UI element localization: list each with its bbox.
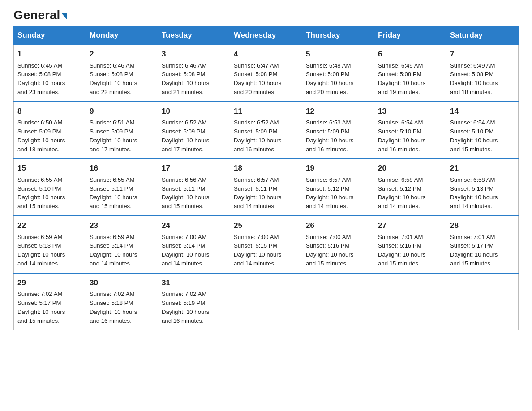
calendar-table: SundayMondayTuesdayWednesdayThursdayFrid… xyxy=(13,26,519,330)
day-info: Sunrise: 6:49 AMSunset: 5:08 PMDaylight:… xyxy=(450,61,515,97)
day-number: 31 xyxy=(162,277,226,289)
day-number: 21 xyxy=(450,163,515,174)
day-info: Sunrise: 6:45 AMSunset: 5:08 PMDaylight:… xyxy=(17,61,82,97)
calendar-cell: 24 Sunrise: 7:00 AMSunset: 5:14 PMDaylig… xyxy=(158,216,230,273)
col-header-sunday: Sunday xyxy=(14,26,86,45)
calendar-week-row: 15 Sunrise: 6:55 AMSunset: 5:10 PMDaylig… xyxy=(14,158,519,216)
col-header-wednesday: Wednesday xyxy=(230,26,302,45)
day-number: 28 xyxy=(450,220,515,231)
day-info: Sunrise: 6:49 AMSunset: 5:08 PMDaylight:… xyxy=(378,61,442,97)
calendar-cell: 11 Sunrise: 6:52 AMSunset: 5:09 PMDaylig… xyxy=(230,102,302,159)
day-number: 3 xyxy=(162,48,226,60)
calendar-week-row: 29 Sunrise: 7:02 AMSunset: 5:17 PMDaylig… xyxy=(14,273,519,330)
day-number: 23 xyxy=(90,220,154,231)
logo-arrow-icon xyxy=(61,13,67,19)
calendar-cell: 9 Sunrise: 6:51 AMSunset: 5:09 PMDayligh… xyxy=(86,102,158,159)
day-number: 13 xyxy=(378,106,442,117)
calendar-cell: 3 Sunrise: 6:46 AMSunset: 5:08 PMDayligh… xyxy=(158,45,230,102)
day-number: 5 xyxy=(306,48,370,60)
day-number: 11 xyxy=(234,106,298,117)
col-header-friday: Friday xyxy=(374,26,446,45)
day-number: 7 xyxy=(450,48,515,60)
day-info: Sunrise: 6:53 AMSunset: 5:09 PMDaylight:… xyxy=(306,118,370,154)
calendar-cell: 14 Sunrise: 6:54 AMSunset: 5:10 PMDaylig… xyxy=(446,102,519,159)
day-number: 10 xyxy=(162,106,226,117)
calendar-cell: 20 Sunrise: 6:58 AMSunset: 5:12 PMDaylig… xyxy=(374,158,446,216)
day-info: Sunrise: 6:55 AMSunset: 5:11 PMDaylight:… xyxy=(90,176,154,211)
calendar-cell: 30 Sunrise: 7:02 AMSunset: 5:18 PMDaylig… xyxy=(86,273,158,330)
calendar-cell: 4 Sunrise: 6:47 AMSunset: 5:08 PMDayligh… xyxy=(230,45,302,102)
calendar-cell: 5 Sunrise: 6:48 AMSunset: 5:08 PMDayligh… xyxy=(302,45,374,102)
col-header-monday: Monday xyxy=(86,26,158,45)
day-info: Sunrise: 6:59 AMSunset: 5:14 PMDaylight:… xyxy=(90,233,154,268)
day-info: Sunrise: 6:57 AMSunset: 5:11 PMDaylight:… xyxy=(234,176,298,211)
day-info: Sunrise: 6:46 AMSunset: 5:08 PMDaylight:… xyxy=(90,61,154,97)
calendar-cell: 18 Sunrise: 6:57 AMSunset: 5:11 PMDaylig… xyxy=(230,158,302,216)
day-info: Sunrise: 6:56 AMSunset: 5:11 PMDaylight:… xyxy=(162,176,226,211)
calendar-cell: 31 Sunrise: 7:02 AMSunset: 5:19 PMDaylig… xyxy=(158,273,230,330)
day-number: 30 xyxy=(90,277,154,289)
calendar-cell xyxy=(446,273,519,330)
calendar-header-row: SundayMondayTuesdayWednesdayThursdayFrid… xyxy=(14,26,519,45)
day-number: 6 xyxy=(378,48,442,60)
day-number: 16 xyxy=(90,163,154,174)
calendar-cell xyxy=(374,273,446,330)
calendar-cell: 26 Sunrise: 7:00 AMSunset: 5:16 PMDaylig… xyxy=(302,216,374,273)
day-info: Sunrise: 6:54 AMSunset: 5:10 PMDaylight:… xyxy=(378,118,442,154)
calendar-cell: 28 Sunrise: 7:01 AMSunset: 5:17 PMDaylig… xyxy=(446,216,519,273)
calendar-cell: 1 Sunrise: 6:45 AMSunset: 5:08 PMDayligh… xyxy=(14,45,86,102)
day-info: Sunrise: 7:01 AMSunset: 5:16 PMDaylight:… xyxy=(378,233,442,268)
day-number: 4 xyxy=(234,48,298,60)
day-info: Sunrise: 6:48 AMSunset: 5:08 PMDaylight:… xyxy=(306,61,370,97)
calendar-cell: 16 Sunrise: 6:55 AMSunset: 5:11 PMDaylig… xyxy=(86,158,158,216)
calendar-cell: 10 Sunrise: 6:52 AMSunset: 5:09 PMDaylig… xyxy=(158,102,230,159)
calendar-cell: 13 Sunrise: 6:54 AMSunset: 5:10 PMDaylig… xyxy=(374,102,446,159)
calendar-cell: 29 Sunrise: 7:02 AMSunset: 5:17 PMDaylig… xyxy=(14,273,86,330)
day-number: 22 xyxy=(17,220,82,231)
day-info: Sunrise: 6:50 AMSunset: 5:09 PMDaylight:… xyxy=(17,118,82,154)
calendar-cell: 12 Sunrise: 6:53 AMSunset: 5:09 PMDaylig… xyxy=(302,102,374,159)
day-number: 12 xyxy=(306,106,370,117)
col-header-saturday: Saturday xyxy=(446,26,519,45)
day-number: 20 xyxy=(378,163,442,174)
calendar-cell: 8 Sunrise: 6:50 AMSunset: 5:09 PMDayligh… xyxy=(14,102,86,159)
logo: General xyxy=(13,9,67,21)
calendar-cell: 6 Sunrise: 6:49 AMSunset: 5:08 PMDayligh… xyxy=(374,45,446,102)
day-info: Sunrise: 6:54 AMSunset: 5:10 PMDaylight:… xyxy=(450,118,515,154)
col-header-tuesday: Tuesday xyxy=(158,26,230,45)
day-number: 1 xyxy=(17,48,82,60)
calendar-cell: 17 Sunrise: 6:56 AMSunset: 5:11 PMDaylig… xyxy=(158,158,230,216)
calendar-cell: 22 Sunrise: 6:59 AMSunset: 5:13 PMDaylig… xyxy=(14,216,86,273)
day-number: 27 xyxy=(378,220,442,231)
calendar-cell: 2 Sunrise: 6:46 AMSunset: 5:08 PMDayligh… xyxy=(86,45,158,102)
day-info: Sunrise: 6:57 AMSunset: 5:12 PMDaylight:… xyxy=(306,176,370,211)
day-number: 18 xyxy=(234,163,298,174)
day-number: 29 xyxy=(17,277,82,289)
day-info: Sunrise: 7:02 AMSunset: 5:18 PMDaylight:… xyxy=(90,290,154,325)
day-number: 17 xyxy=(162,163,226,174)
day-number: 19 xyxy=(306,163,370,174)
calendar-cell: 25 Sunrise: 7:00 AMSunset: 5:15 PMDaylig… xyxy=(230,216,302,273)
day-info: Sunrise: 7:02 AMSunset: 5:17 PMDaylight:… xyxy=(17,290,82,325)
logo-general-text: General xyxy=(13,9,67,21)
day-number: 14 xyxy=(450,106,515,117)
calendar-week-row: 1 Sunrise: 6:45 AMSunset: 5:08 PMDayligh… xyxy=(14,45,519,102)
calendar-cell xyxy=(302,273,374,330)
day-info: Sunrise: 7:01 AMSunset: 5:17 PMDaylight:… xyxy=(450,233,515,268)
day-info: Sunrise: 7:02 AMSunset: 5:19 PMDaylight:… xyxy=(162,290,226,325)
col-header-thursday: Thursday xyxy=(302,26,374,45)
calendar-cell: 19 Sunrise: 6:57 AMSunset: 5:12 PMDaylig… xyxy=(302,158,374,216)
calendar-cell: 27 Sunrise: 7:01 AMSunset: 5:16 PMDaylig… xyxy=(374,216,446,273)
day-info: Sunrise: 6:58 AMSunset: 5:12 PMDaylight:… xyxy=(378,176,442,211)
day-number: 15 xyxy=(17,163,82,174)
calendar-body: 1 Sunrise: 6:45 AMSunset: 5:08 PMDayligh… xyxy=(14,45,519,330)
day-info: Sunrise: 7:00 AMSunset: 5:16 PMDaylight:… xyxy=(306,233,370,268)
calendar-week-row: 22 Sunrise: 6:59 AMSunset: 5:13 PMDaylig… xyxy=(14,216,519,273)
calendar-cell: 21 Sunrise: 6:58 AMSunset: 5:13 PMDaylig… xyxy=(446,158,519,216)
day-info: Sunrise: 6:52 AMSunset: 5:09 PMDaylight:… xyxy=(162,118,226,154)
day-info: Sunrise: 6:55 AMSunset: 5:10 PMDaylight:… xyxy=(17,176,82,211)
day-info: Sunrise: 6:58 AMSunset: 5:13 PMDaylight:… xyxy=(450,176,515,211)
calendar-cell: 23 Sunrise: 6:59 AMSunset: 5:14 PMDaylig… xyxy=(86,216,158,273)
calendar-cell: 7 Sunrise: 6:49 AMSunset: 5:08 PMDayligh… xyxy=(446,45,519,102)
day-info: Sunrise: 6:46 AMSunset: 5:08 PMDaylight:… xyxy=(162,61,226,97)
